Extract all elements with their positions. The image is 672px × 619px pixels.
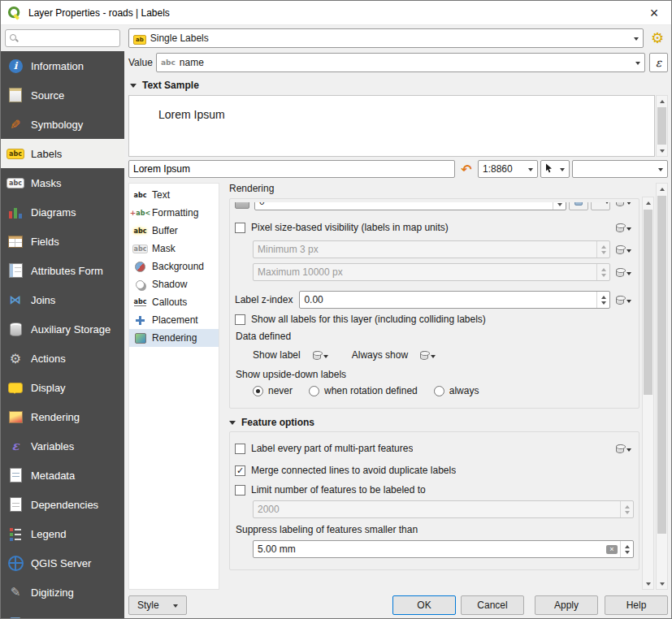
- sidebar-item-masks[interactable]: Masks: [1, 168, 124, 197]
- feature-options-section-header[interactable]: Feature options: [229, 417, 639, 428]
- sample-scale-select[interactable]: 1:8860: [478, 160, 538, 178]
- max-pixel-input[interactable]: [254, 266, 596, 278]
- label-every-part-checkbox[interactable]: Label every part of multi-part features: [235, 443, 413, 454]
- sidebar-search-input[interactable]: [22, 32, 116, 44]
- sidebar-item-attributes-form[interactable]: Attributes Form: [1, 256, 124, 285]
- cancel-button[interactable]: Cancel: [461, 595, 524, 615]
- show-all-labels-checkbox[interactable]: Show all labels for this layer (includin…: [235, 314, 486, 325]
- sidebar-item-variables[interactable]: Variables: [1, 431, 124, 461]
- sidebar-item-fields[interactable]: Fields: [1, 227, 124, 256]
- text-sample-section-header[interactable]: Text Sample: [130, 80, 668, 91]
- scroll-down-button[interactable]: [657, 145, 667, 156]
- scroll-down-button[interactable]: [643, 578, 653, 589]
- sidebar-item-dependencies[interactable]: Dependencies: [1, 490, 124, 519]
- sidebar-item-labels[interactable]: Labels: [1, 139, 124, 168]
- spin-down-icon[interactable]: [597, 300, 609, 308]
- data-defined-override-button[interactable]: [613, 202, 634, 210]
- scrollbar-thumb[interactable]: [657, 107, 666, 145]
- sidebar-item-information[interactable]: Information: [1, 51, 124, 80]
- ok-button[interactable]: OK: [392, 595, 456, 615]
- scrollbar-track[interactable]: [657, 106, 667, 145]
- spin-down-icon[interactable]: [621, 549, 633, 557]
- sidebar-item-actions[interactable]: Actions: [1, 344, 124, 373]
- spin-down-icon[interactable]: [553, 202, 566, 210]
- data-defined-override-button[interactable]: [418, 347, 438, 363]
- radio-never[interactable]: never: [253, 385, 293, 396]
- radio-when-rotation-defined[interactable]: when rotation defined: [309, 385, 418, 396]
- sample-background-select[interactable]: [572, 160, 668, 178]
- set-to-current-scale-button[interactable]: [569, 202, 588, 210]
- sidebar-item-source[interactable]: Source: [1, 80, 124, 110]
- min-pixel-spinbox[interactable]: [253, 240, 610, 258]
- help-button[interactable]: Help: [605, 595, 668, 615]
- scrollbar-thumb[interactable]: [644, 210, 652, 395]
- search-box[interactable]: [5, 29, 120, 47]
- tab-text[interactable]: Text: [129, 186, 219, 204]
- value-field-select[interactable]: abc name: [156, 53, 645, 72]
- sample-text-input[interactable]: [128, 160, 455, 178]
- apply-button[interactable]: Apply: [535, 595, 598, 615]
- spin-up-icon[interactable]: [597, 292, 609, 300]
- spin-down-icon[interactable]: [621, 509, 633, 517]
- spinner-buttons[interactable]: [620, 501, 633, 517]
- close-button[interactable]: [644, 3, 665, 23]
- tab-formatting[interactable]: Formatting: [129, 204, 219, 222]
- label-type-select[interactable]: Single Labels: [128, 28, 644, 48]
- spinner-buttons[interactable]: [596, 292, 609, 308]
- limit-features-checkbox[interactable]: Limit number of features to be labeled t…: [235, 484, 426, 496]
- reset-sample-button[interactable]: [457, 160, 475, 178]
- scroll-up-button[interactable]: [643, 197, 653, 208]
- tab-placement[interactable]: Placement: [129, 311, 219, 329]
- spin-down-icon[interactable]: [597, 249, 609, 258]
- spinner-buttons[interactable]: [620, 541, 633, 557]
- expression-dialog-button[interactable]: [649, 53, 668, 72]
- sidebar-item-symbology[interactable]: Symbology: [1, 110, 124, 139]
- spinner-buttons[interactable]: [596, 241, 609, 258]
- limit-features-input[interactable]: [254, 504, 620, 515]
- sample-map-settings-button[interactable]: [540, 160, 570, 178]
- sidebar-item-display[interactable]: Display: [1, 373, 124, 402]
- sidebar-item-auxiliary-storage[interactable]: Auxiliary Storage: [1, 314, 124, 344]
- spinner-buttons[interactable]: [596, 264, 609, 280]
- data-defined-override-button[interactable]: [310, 347, 331, 363]
- scrollbar-track[interactable]: [643, 208, 653, 578]
- sidebar-item-legend[interactable]: Legend: [1, 519, 124, 548]
- sidebar-item-digitizing[interactable]: Digitizing: [1, 578, 124, 607]
- tab-background[interactable]: Background: [129, 258, 219, 275]
- sidebar-item-3d-view[interactable]: 3D View: [1, 607, 124, 618]
- scroll-up-button[interactable]: [657, 96, 667, 106]
- z-index-input[interactable]: [300, 294, 596, 305]
- data-defined-override-button[interactable]: [613, 241, 634, 258]
- sidebar-item-metadata[interactable]: Metadata: [1, 461, 124, 490]
- scrollbar-track[interactable]: [657, 194, 667, 578]
- labeling-engine-settings-button[interactable]: [647, 28, 668, 48]
- spin-up-icon[interactable]: [597, 264, 609, 272]
- radio-always[interactable]: always: [434, 385, 479, 396]
- sidebar-item-rendering[interactable]: Rendering: [1, 402, 124, 431]
- rendering-panel-scrollbar[interactable]: [642, 197, 654, 590]
- max-pixel-spinbox[interactable]: [253, 263, 610, 281]
- spin-up-icon[interactable]: [621, 541, 633, 549]
- scrollbar-thumb[interactable]: [657, 196, 666, 534]
- spinner-buttons[interactable]: [553, 202, 566, 210]
- spin-up-icon[interactable]: [621, 501, 633, 509]
- tab-buffer[interactable]: Buffer: [129, 222, 219, 240]
- data-defined-override-button[interactable]: [613, 264, 634, 280]
- tab-mask[interactable]: Mask: [129, 240, 219, 258]
- suppress-size-spinbox[interactable]: [253, 540, 634, 558]
- data-defined-override-button[interactable]: [613, 292, 634, 308]
- suppress-size-input[interactable]: [254, 543, 606, 555]
- tab-callouts[interactable]: Callouts: [129, 293, 219, 311]
- sidebar-item-joins[interactable]: Joins: [1, 285, 124, 314]
- merge-connected-lines-checkbox[interactable]: Merge connected lines to avoid duplicate…: [235, 465, 456, 476]
- data-defined-override-button[interactable]: [613, 219, 634, 236]
- min-pixel-input[interactable]: [254, 244, 596, 255]
- scale-options-button[interactable]: [591, 202, 610, 210]
- sidebar-item-qgis-server[interactable]: QGIS Server: [1, 548, 124, 578]
- spin-down-icon[interactable]: [597, 272, 609, 280]
- tab-rendering[interactable]: Rendering: [129, 329, 219, 347]
- labels-page-scrollbar[interactable]: [656, 183, 668, 590]
- sidebar-item-diagrams[interactable]: Diagrams: [1, 197, 124, 227]
- style-menu-button[interactable]: Style: [128, 595, 187, 615]
- spin-up-icon[interactable]: [597, 241, 609, 249]
